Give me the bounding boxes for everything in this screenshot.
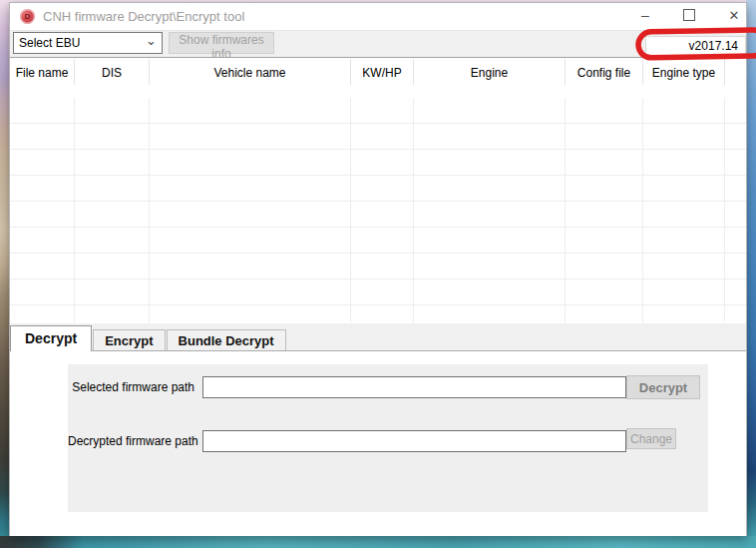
- table-cell: [10, 124, 75, 149]
- table-cell: [150, 254, 351, 278]
- table-row[interactable]: [10, 202, 746, 228]
- column-header[interactable]: Engine: [414, 59, 566, 85]
- table-cell: [75, 176, 150, 201]
- table-cell: [10, 305, 75, 322]
- table-cell: [150, 279, 351, 304]
- title-bar: D CNH firmware Decrypt\Encrypt tool – ✕: [10, 3, 746, 30]
- table-cell: [150, 176, 351, 201]
- table-cell: [351, 176, 414, 201]
- decrypt-button[interactable]: Decrypt: [626, 375, 700, 399]
- tab-bundle-decrypt[interactable]: Bundle Decrypt: [167, 329, 286, 350]
- table-cell: [725, 279, 746, 304]
- app-icon: D: [20, 9, 35, 24]
- firmware-table: File nameDISVehicle nameKW/HPEngineConfi…: [10, 57, 746, 322]
- table-row[interactable]: [10, 254, 746, 279]
- table-cell: [566, 279, 643, 304]
- table-row[interactable]: [10, 279, 746, 305]
- table-cell: [643, 98, 725, 123]
- app-window: D CNH firmware Decrypt\Encrypt tool – ✕ …: [9, 2, 747, 536]
- table-cell: [150, 124, 351, 149]
- change-button[interactable]: Change: [626, 428, 676, 449]
- maximize-button[interactable]: [675, 3, 703, 30]
- table-cell: [414, 176, 566, 201]
- column-header[interactable]: DIS: [75, 59, 150, 85]
- table-cell: [10, 254, 75, 278]
- desktop-wallpaper-bottom: [0, 536, 756, 548]
- table-cell: [351, 124, 414, 149]
- version-label: v2017.14: [645, 36, 746, 56]
- table-cell: [566, 305, 643, 322]
- table-cell: [643, 124, 725, 149]
- table-cell: [75, 228, 150, 253]
- table-cell: [150, 98, 351, 123]
- table-cell: [725, 124, 746, 149]
- table-cell: [414, 124, 566, 149]
- table-row[interactable]: [10, 305, 746, 322]
- show-firmwares-button[interactable]: Show firmwares info: [169, 32, 274, 54]
- column-header[interactable]: KW/HP: [351, 59, 414, 85]
- table-cell: [75, 98, 150, 123]
- table-cell: [566, 254, 643, 278]
- table-cell: [566, 124, 643, 149]
- table-cell: [351, 305, 414, 322]
- table-cell: [414, 228, 566, 253]
- decrypt-tab-page: Selected firmware path Decrypt Decrypted…: [10, 350, 746, 536]
- table-cell: [643, 228, 725, 253]
- decrypted-firmware-path-input[interactable]: [202, 430, 626, 452]
- table-cell: [414, 202, 566, 227]
- table-cell: [414, 98, 566, 123]
- close-button[interactable]: ✕: [720, 3, 748, 30]
- table-cell: [414, 254, 566, 278]
- desktop-wallpaper: D CNH firmware Decrypt\Encrypt tool – ✕ …: [0, 0, 756, 548]
- column-header[interactable]: Vehicle name: [150, 59, 351, 85]
- table-cell: [414, 150, 566, 175]
- tab-decrypt[interactable]: Decrypt: [10, 325, 92, 351]
- table-cell: [725, 254, 746, 278]
- table-cell: [10, 228, 75, 253]
- column-header[interactable]: Engine type: [643, 59, 725, 85]
- tab-strip: DecryptEncryptBundle Decrypt: [10, 323, 746, 350]
- decrypt-panel: Selected firmware path Decrypt Decrypted…: [68, 364, 708, 512]
- minimize-button[interactable]: –: [631, 3, 659, 30]
- table-cell: [150, 150, 351, 175]
- column-header[interactable]: Config file: [566, 59, 643, 85]
- table-cell: [725, 202, 746, 227]
- table-cell: [10, 176, 75, 201]
- table-row[interactable]: [10, 176, 746, 202]
- table-cell: [351, 279, 414, 304]
- table-header-row: File nameDISVehicle nameKW/HPEngineConfi…: [10, 58, 746, 98]
- ebu-select[interactable]: Select EBU ⌄: [13, 32, 163, 54]
- table-cell: [725, 98, 746, 123]
- table-cell: [351, 98, 414, 123]
- table-cell: [351, 254, 414, 278]
- decrypted-firmware-path-label: Decrypted firmware path: [68, 434, 194, 448]
- selected-firmware-path-input[interactable]: [202, 376, 626, 398]
- app-icon-letter: D: [20, 9, 35, 24]
- table-row[interactable]: [10, 150, 746, 176]
- table-cell: [351, 202, 414, 227]
- desktop-wallpaper-right: [746, 0, 756, 548]
- table-cell: [725, 176, 746, 201]
- ebu-select-value: Select EBU: [19, 33, 80, 53]
- table-cell: [566, 98, 643, 123]
- table-cell: [643, 279, 725, 304]
- column-header[interactable]: [725, 59, 746, 85]
- chevron-down-icon: ⌄: [146, 31, 157, 51]
- table-cell: [414, 305, 566, 322]
- column-header[interactable]: File name: [10, 59, 75, 85]
- tab-encrypt[interactable]: Encrypt: [93, 329, 165, 350]
- table-cell: [150, 228, 351, 253]
- table-cell: [566, 150, 643, 175]
- table-row[interactable]: [10, 228, 746, 254]
- table-cell: [75, 254, 150, 278]
- table-cell: [10, 150, 75, 175]
- table-row[interactable]: [10, 98, 746, 124]
- table-cell: [725, 228, 746, 253]
- table-cell: [10, 202, 75, 227]
- table-cell: [643, 150, 725, 175]
- maximize-icon: [683, 9, 695, 21]
- table-row[interactable]: [10, 124, 746, 150]
- window-title: CNH firmware Decrypt\Encrypt tool: [43, 3, 244, 30]
- table-body: [10, 98, 746, 322]
- table-cell: [10, 279, 75, 304]
